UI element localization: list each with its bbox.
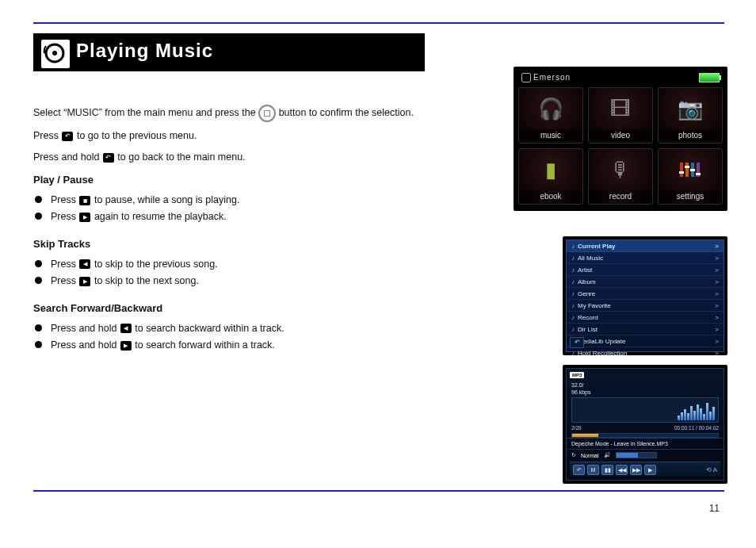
eq-bars-icon: [678, 403, 715, 420]
tile-label: settings: [659, 190, 722, 201]
list-item: Press and hold to search forward within …: [33, 338, 477, 353]
row-icon: ♪: [571, 326, 575, 333]
svg-rect-2: [680, 163, 683, 177]
intro-3a: Press and hold: [33, 151, 102, 163]
ab-loop[interactable]: ⟲A: [706, 466, 717, 473]
row-icon: ♪: [571, 243, 575, 250]
music-list-row[interactable]: ♪Genre>: [567, 288, 724, 300]
ab-loop-label: A: [713, 466, 717, 473]
repeat-icon[interactable]: ↻: [571, 452, 576, 458]
chevron-right-icon: >: [715, 302, 719, 309]
np-next-button[interactable]: ▶▶: [630, 465, 642, 475]
list-search: Press and hold to search backward within…: [33, 321, 477, 354]
bitrate-line2: 96 kbps: [571, 389, 719, 396]
device-status-bar: Emerson: [518, 71, 723, 84]
intro-1b: button to confirm the selection.: [279, 107, 414, 118]
row-label: Current Play: [578, 243, 616, 250]
intro-line-2: Press to go to the previous menu.: [33, 128, 477, 144]
back-corner-icon[interactable]: ↶: [570, 337, 584, 348]
volume-bar[interactable]: [616, 452, 657, 458]
intro-2a: Press: [33, 130, 61, 141]
tile-label: ebook: [519, 190, 582, 201]
music-list-row[interactable]: ♪Hold Recollection>: [567, 347, 724, 355]
time-total: 00:04:02: [699, 425, 719, 431]
row-label: Artist: [578, 266, 592, 274]
eq-mode[interactable]: Normal: [581, 453, 599, 458]
svg-rect-6: [679, 171, 684, 174]
sliders-icon: [678, 149, 702, 190]
pp-1a: Press: [51, 194, 78, 205]
tile-music[interactable]: 🎧 music: [518, 87, 583, 144]
list-item: Press again to resume the playback.: [33, 209, 477, 224]
np-play-button[interactable]: ▶: [644, 465, 656, 475]
visualizer: [571, 397, 719, 423]
music-list-row[interactable]: ♪My Favorite>: [567, 300, 724, 312]
tile-photos[interactable]: 📷 photos: [658, 87, 723, 144]
forward-icon: [120, 341, 132, 351]
music-list-row[interactable]: ♪Artist>: [567, 264, 724, 276]
tile-ebook[interactable]: ▮ ebook: [518, 148, 583, 205]
back-icon: [62, 132, 73, 141]
book-icon: ▮: [545, 149, 556, 190]
list-item: Press to skip to the previous song.: [33, 257, 477, 272]
row-icon: ♪: [571, 350, 575, 356]
headphones-icon: 🎧: [538, 88, 563, 129]
se-2b: to search forward within a track.: [135, 339, 274, 351]
np-counter-row: 2/28 00:00:11 / 00:04:02: [567, 424, 724, 431]
svg-rect-9: [696, 173, 701, 175]
chevron-right-icon: >: [715, 338, 719, 345]
music-list-row[interactable]: ♪Dir List>: [567, 324, 724, 335]
enter-button-icon: [258, 105, 276, 122]
music-list-screen: ♪Current Play>♪All Music>♪Artist>♪Album>…: [563, 236, 727, 355]
row-label: MediaLib Update: [578, 338, 625, 345]
np-menu-button[interactable]: M: [587, 465, 599, 475]
tile-video[interactable]: 🎞 video: [588, 87, 653, 144]
sk-1a: Press: [51, 259, 78, 270]
music-list-row[interactable]: ♪Record>: [567, 312, 724, 324]
music-list-row[interactable]: ♪All Music>: [567, 252, 724, 264]
device-main-menu: Emerson 🎧 music 🎞 video 📷 photos ▮ ebook…: [514, 67, 727, 211]
row-icon: ♪: [571, 278, 575, 285]
instruction-column: Select “MUSIC” from the main menu and pr…: [33, 105, 477, 364]
music-list-row[interactable]: ♪MediaLib Update>: [567, 335, 724, 347]
pp-2b: again to resume the playback.: [94, 211, 227, 222]
np-prev-button[interactable]: ◀◀: [616, 465, 628, 475]
heading-search: Search Forward/Backward: [33, 301, 477, 316]
np-pause-button[interactable]: ▮▮: [601, 465, 613, 475]
chevron-right-icon: >: [715, 290, 719, 297]
time-elapsed: 00:00:11: [674, 425, 694, 431]
svg-rect-3: [685, 163, 689, 177]
volume-icon[interactable]: 🔊: [604, 452, 611, 458]
music-list-row[interactable]: ♪Album>: [567, 276, 724, 288]
film-reel-icon: 🎞: [610, 88, 631, 129]
list-item: Press to skip to the next song.: [33, 274, 477, 289]
row-label: All Music: [578, 255, 603, 262]
title-bar-label: Playing Music: [76, 40, 213, 62]
codec-badge: MP3: [570, 372, 584, 378]
intro-line-3: Press and hold to go back to the main me…: [33, 150, 477, 165]
tile-record[interactable]: 🎙 record: [588, 148, 653, 205]
sk-2a: Press: [51, 275, 78, 286]
intro-2b: to go to the previous menu.: [77, 130, 197, 141]
tile-settings[interactable]: settings: [658, 148, 723, 205]
heading-play-pause: Play / Pause: [33, 172, 477, 188]
row-icon: ♪: [571, 290, 575, 297]
bottom-rule: [33, 490, 724, 492]
chevron-right-icon: >: [715, 243, 719, 250]
list-item: Press to pause, while a song is playing.: [33, 193, 477, 208]
se-1a: Press and hold: [51, 323, 120, 334]
brand-text: Emerson: [533, 73, 571, 82]
chevron-right-icon: >: [715, 278, 719, 285]
row-label: Album: [578, 278, 596, 285]
chevron-right-icon: >: [715, 255, 719, 262]
progress-fill: [572, 434, 598, 437]
np-top: MP3: [567, 369, 724, 381]
np-back-button[interactable]: ↶: [573, 465, 585, 475]
tile-label: photos: [659, 129, 722, 140]
progress-bar[interactable]: [571, 433, 719, 438]
main-menu-grid: 🎧 music 🎞 video 📷 photos ▮ ebook 🎙 recor…: [518, 87, 723, 205]
heading-skip: Skip Tracks: [33, 236, 477, 252]
music-list-row[interactable]: ♪Current Play>: [567, 240, 724, 252]
next-icon: [79, 277, 90, 286]
svg-rect-7: [685, 166, 689, 168]
